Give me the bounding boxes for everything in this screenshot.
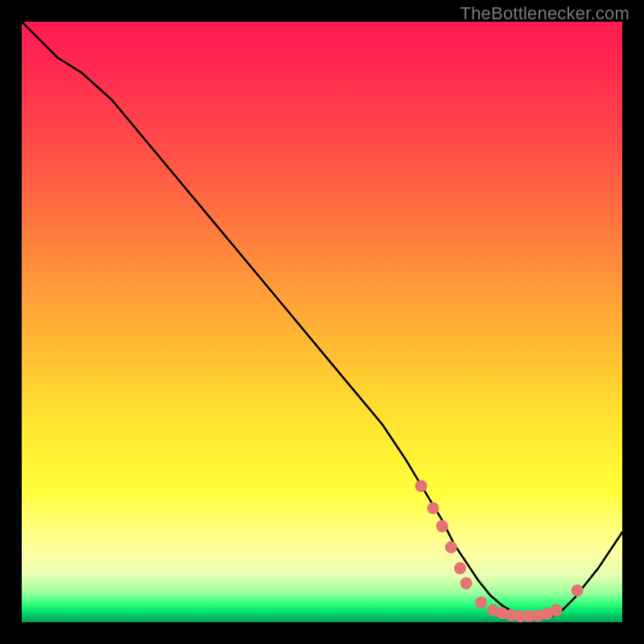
curve-marker [572,584,584,597]
curve-marker [541,608,553,620]
curve-marker [487,605,499,617]
curve-marker [523,610,535,622]
curve-marker [505,609,517,621]
curve-marker [415,480,427,492]
curve-marker [514,610,526,622]
curve-markers [415,480,584,622]
curve-marker [550,605,562,617]
chart-stage: TheBottlenecker.com [0,0,644,644]
curve-marker [454,562,466,574]
curve-marker [436,520,448,532]
curve-marker [475,597,487,609]
curve-marker [532,609,544,621]
curve-marker [445,541,457,553]
curve-marker [427,502,440,514]
curve-marker [496,607,508,619]
chart-svg [22,22,622,622]
plot-area [22,22,622,622]
curve-marker [460,577,473,589]
bottleneck-curve [22,22,622,617]
